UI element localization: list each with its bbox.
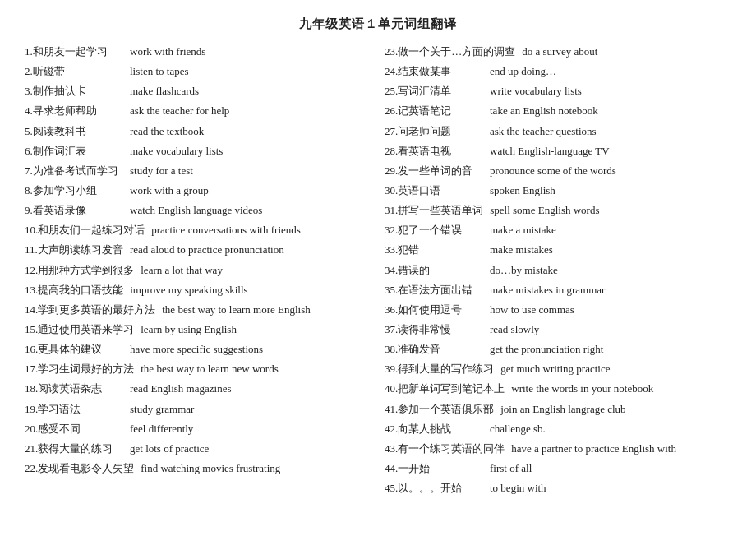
list-item: 15.通过使用英语来学习learn by using English xyxy=(25,321,371,338)
chinese-text: 1.和朋友一起学习 xyxy=(25,44,123,60)
chinese-text: 42.向某人挑战 xyxy=(385,421,483,437)
list-item: 5.阅读教科书read the textbook xyxy=(25,123,371,140)
list-item: 14.学到更多英语的最好方法the best way to learn more… xyxy=(25,302,371,318)
list-item: 20.感受不同feel differently xyxy=(25,421,371,437)
chinese-text: 24.结束做某事 xyxy=(385,63,483,80)
list-item: 43.有一个练习英语的同伴have a partner to practice … xyxy=(385,441,731,457)
list-item: 34.错误的do…by mistake xyxy=(385,262,731,279)
english-text: read slowly xyxy=(483,321,731,338)
english-text: learn by using English xyxy=(134,321,371,338)
list-item: 8.参加学习小组work with a group xyxy=(25,183,371,199)
chinese-text: 33.犯错 xyxy=(385,242,483,258)
english-text: write vocabulary lists xyxy=(483,83,731,99)
chinese-text: 35.在语法方面出错 xyxy=(385,282,483,298)
english-text: listen to tapes xyxy=(123,63,371,80)
list-item: 44.一开始first of all xyxy=(385,460,731,477)
english-text: have more specific suggestions xyxy=(123,341,371,358)
chinese-text: 15.通过使用英语来学习 xyxy=(25,321,134,338)
list-item: 1.和朋友一起学习work with friends xyxy=(25,44,371,60)
chinese-text: 43.有一个练习英语的同伴 xyxy=(385,441,505,457)
english-text: make a mistake xyxy=(483,222,731,238)
english-text: take an English notebook xyxy=(483,103,731,119)
english-text: get much writing practice xyxy=(494,361,731,377)
english-text: how to use commas xyxy=(483,302,731,318)
list-item: 3.制作抽认卡make flashcards xyxy=(25,83,371,99)
english-text: have a partner to practice English with xyxy=(505,441,731,457)
list-item: 10.和朋友们一起练习对话practice conversations with… xyxy=(25,222,371,238)
chinese-text: 11.大声朗读练习发音 xyxy=(25,242,123,258)
chinese-text: 38.准确发音 xyxy=(385,341,483,358)
chinese-text: 41.参加一个英语俱乐部 xyxy=(385,401,494,418)
chinese-text: 21.获得大量的练习 xyxy=(25,441,123,457)
english-text: pronounce some of the words xyxy=(483,163,731,179)
list-item: 36.如何使用逗号how to use commas xyxy=(385,302,731,318)
chinese-text: 19.学习语法 xyxy=(25,401,123,418)
chinese-text: 40.把新单词写到笔记本上 xyxy=(385,381,505,397)
list-item: 22.发现看电影令人失望find watching movies frustra… xyxy=(25,460,371,477)
english-text: spell some English words xyxy=(483,202,731,219)
list-item: 26.记英语笔记take an English notebook xyxy=(385,103,731,119)
list-item: 33.犯错make mistakes xyxy=(385,242,731,258)
content-columns: 1.和朋友一起学习work with friends2.听磁带listen to… xyxy=(25,44,731,500)
english-text: work with a group xyxy=(123,183,371,199)
chinese-text: 9.看英语录像 xyxy=(25,202,123,219)
chinese-text: 29.发一些单词的音 xyxy=(385,163,483,179)
english-text: make vocabulary lists xyxy=(123,143,371,159)
chinese-text: 6.制作词汇表 xyxy=(25,143,123,159)
list-item: 24.结束做某事end up doing… xyxy=(385,63,731,80)
english-text: first of all xyxy=(483,460,731,477)
english-text: spoken English xyxy=(483,183,731,199)
left-column: 1.和朋友一起学习work with friends2.听磁带listen to… xyxy=(25,44,378,500)
english-text: write the words in your notebook xyxy=(505,381,731,397)
chinese-text: 27.问老师问题 xyxy=(385,123,483,140)
english-text: watch English-language TV xyxy=(483,143,731,159)
list-item: 19.学习语法study grammar xyxy=(25,401,371,418)
chinese-text: 26.记英语笔记 xyxy=(385,103,483,119)
right-column: 23.做一个关于…方面的调查do a survey about24.结束做某事e… xyxy=(378,44,731,500)
chinese-text: 37.读得非常慢 xyxy=(385,321,483,338)
chinese-text: 14.学到更多英语的最好方法 xyxy=(25,302,155,318)
chinese-text: 18.阅读英语杂志 xyxy=(25,381,123,397)
english-text: watch English language videos xyxy=(123,202,371,219)
english-text: do…by mistake xyxy=(483,262,731,279)
list-item: 35.在语法方面出错make mistakes in grammar xyxy=(385,282,731,298)
chinese-text: 45.以。。。开始 xyxy=(385,480,483,497)
chinese-text: 12.用那种方式学到很多 xyxy=(25,262,134,279)
list-item: 40.把新单词写到笔记本上write the words in your not… xyxy=(385,381,731,397)
english-text: practice conversations with friends xyxy=(145,222,371,238)
list-item: 13.提高我的口语技能improve my speaking skills xyxy=(25,282,371,298)
list-item: 11.大声朗读练习发音read aloud to practice pronun… xyxy=(25,242,371,258)
english-text: read aloud to practice pronunciation xyxy=(123,242,371,258)
list-item: 31.拼写一些英语单词spell some English words xyxy=(385,202,731,219)
english-text: ask the teacher questions xyxy=(483,123,731,140)
chinese-text: 28.看英语电视 xyxy=(385,143,483,159)
list-item: 9.看英语录像watch English language videos xyxy=(25,202,371,219)
english-text: join an English langrage club xyxy=(494,401,731,418)
list-item: 4.寻求老师帮助ask the teacher for help xyxy=(25,103,371,119)
list-item: 42.向某人挑战challenge sb. xyxy=(385,421,731,437)
list-item: 37.读得非常慢read slowly xyxy=(385,321,731,338)
list-item: 7.为准备考试而学习study for a test xyxy=(25,163,371,179)
list-item: 21.获得大量的练习get lots of practice xyxy=(25,441,371,457)
list-item: 17.学习生词最好的方法the best way to learn new wo… xyxy=(25,361,371,377)
list-item: 27.问老师问题ask the teacher questions xyxy=(385,123,731,140)
chinese-text: 13.提高我的口语技能 xyxy=(25,282,123,298)
chinese-text: 7.为准备考试而学习 xyxy=(25,163,123,179)
english-text: end up doing… xyxy=(483,63,731,80)
english-text: get lots of practice xyxy=(123,441,371,457)
page-title: 九年级英语１单元词组翻译 xyxy=(25,16,731,32)
english-text: read English magazines xyxy=(123,381,371,397)
list-item: 38.准确发音get the pronunciation right xyxy=(385,341,731,358)
chinese-text: 5.阅读教科书 xyxy=(25,123,123,140)
list-item: 32.犯了一个错误make a mistake xyxy=(385,222,731,238)
english-text: get the pronunciation right xyxy=(483,341,731,358)
english-text: the best way to learn new words xyxy=(134,361,371,377)
chinese-text: 44.一开始 xyxy=(385,460,483,477)
chinese-text: 32.犯了一个错误 xyxy=(385,222,483,238)
list-item: 29.发一些单词的音pronounce some of the words xyxy=(385,163,731,179)
list-item: 25.写词汇清单write vocabulary lists xyxy=(385,83,731,99)
list-item: 41.参加一个英语俱乐部join an English langrage clu… xyxy=(385,401,731,418)
english-text: work with friends xyxy=(123,44,371,60)
chinese-text: 30.英语口语 xyxy=(385,183,483,199)
list-item: 45.以。。。开始to begin with xyxy=(385,480,731,497)
